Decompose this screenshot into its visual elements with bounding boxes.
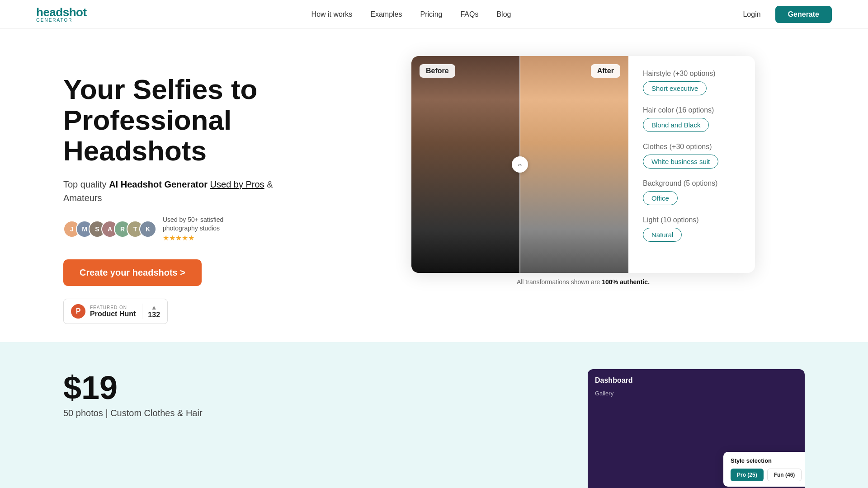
- hair-color-chip[interactable]: Blond and Black: [643, 118, 709, 132]
- hero-left: Your Selfies to Professional Headshots T…: [63, 56, 298, 324]
- options-panel: Hairstyle (+30 options) Short executive …: [628, 56, 755, 273]
- avatar: K: [139, 221, 156, 238]
- logo-sub: GENERATOR: [36, 18, 87, 23]
- style-buttons: Pro (25) Fun (46): [731, 469, 805, 481]
- nav-links: How it works Examples Pricing FAQs Blog: [311, 10, 511, 19]
- handle-arrows-icon: ‹›: [518, 161, 522, 168]
- nav-right: Login Generate: [736, 6, 832, 23]
- light-option: Light (10 options) Natural: [643, 216, 741, 242]
- generate-button[interactable]: Generate: [775, 6, 832, 23]
- product-hunt-info: FEATURED ON Product Hunt: [90, 305, 136, 318]
- hairstyle-label: Hairstyle (+30 options): [643, 70, 741, 78]
- navigation: headshot GENERATOR How it works Examples…: [0, 0, 868, 29]
- fun-style-button[interactable]: Fun (46): [767, 469, 802, 481]
- hair-color-option: Hair color (16 options) Blond and Black: [643, 106, 741, 132]
- style-selection-card: Style selection Pro (25) Fun (46): [723, 452, 805, 487]
- used-by-pros-link[interactable]: Used by Pros: [210, 179, 264, 189]
- before-face: [411, 56, 520, 273]
- logo-text: headshot: [36, 6, 87, 18]
- price-value: $19: [63, 369, 244, 406]
- comparison-image-wrap: Before After ‹›: [411, 56, 628, 273]
- light-label: Light (10 options): [643, 216, 741, 224]
- clothes-label: Clothes (+30 options): [643, 143, 741, 151]
- comparison-card: Before After ‹› Hairstyle (+30 options) …: [411, 56, 755, 273]
- upvote-arrow-icon: ▲: [151, 304, 157, 311]
- price-description: 50 photos | Custom Clothes & Hair: [63, 408, 244, 418]
- social-proof-text: Used by 50+ satisfied photography studio…: [163, 216, 223, 244]
- logo[interactable]: headshot GENERATOR: [36, 6, 87, 23]
- nav-link-examples[interactable]: Examples: [370, 10, 402, 19]
- nav-link-how-it-works[interactable]: How it works: [311, 10, 353, 19]
- clothes-chip[interactable]: White business suit: [643, 155, 718, 169]
- background-chip[interactable]: Office: [643, 191, 678, 205]
- nav-link-faqs[interactable]: FAQs: [460, 10, 478, 19]
- light-chip[interactable]: Natural: [643, 228, 682, 242]
- bottom-section: $19 50 photos | Custom Clothes & Hair Da…: [0, 342, 868, 488]
- hero-title: Your Selfies to Professional Headshots: [63, 74, 298, 167]
- pricing-left: $19 50 photos | Custom Clothes & Hair: [63, 369, 244, 418]
- nav-link-pricing[interactable]: Pricing: [420, 10, 443, 19]
- hero-section: Your Selfies to Professional Headshots T…: [0, 29, 868, 342]
- style-selection-title: Style selection: [731, 457, 805, 464]
- comparison-caption: All transformations shown are 100% authe…: [517, 278, 650, 286]
- hero-subtitle: Top quality AI Headshot Generator Used b…: [63, 178, 298, 205]
- divider-handle[interactable]: ‹›: [512, 156, 528, 173]
- after-face: [520, 56, 628, 273]
- star-rating: ★★★★★: [163, 233, 223, 243]
- dashboard-title: Dashboard: [595, 376, 797, 385]
- comparison-image: Before After ‹›: [411, 56, 628, 273]
- nav-link-blog[interactable]: Blog: [496, 10, 511, 19]
- clothes-option: Clothes (+30 options) White business sui…: [643, 143, 741, 169]
- hairstyle-chip[interactable]: Short executive: [643, 81, 707, 95]
- after-label: After: [591, 64, 620, 78]
- pro-style-button[interactable]: Pro (25): [731, 469, 764, 481]
- hairstyle-option: Hairstyle (+30 options) Short executive: [643, 70, 741, 95]
- background-option: Background (5 options) Office: [643, 179, 741, 205]
- background-label: Background (5 options): [643, 179, 741, 188]
- ph-upvote[interactable]: ▲ 132: [142, 304, 160, 319]
- product-hunt-badge[interactable]: P FEATURED ON Product Hunt ▲ 132: [63, 299, 168, 324]
- hair-color-label: Hair color (16 options): [643, 106, 741, 114]
- dashboard-gallery: Gallery: [595, 390, 797, 397]
- login-button[interactable]: Login: [736, 7, 768, 22]
- ph-upvote-count: 132: [148, 311, 160, 319]
- product-hunt-icon: P: [71, 304, 85, 319]
- before-label: Before: [420, 64, 455, 78]
- create-headshots-button[interactable]: Create your headshots >: [63, 259, 202, 286]
- dashboard-card: Dashboard Gallery Style selection Pro (2…: [588, 369, 805, 488]
- ph-name: Product Hunt: [90, 310, 136, 318]
- dashboard-preview: Dashboard Gallery Style selection Pro (2…: [244, 369, 805, 488]
- avatar-group: J M S A R T K: [63, 221, 156, 238]
- ph-featured-label: FEATURED ON: [90, 305, 136, 310]
- social-proof: J M S A R T K Used by 50+ satisfied phot…: [63, 216, 298, 244]
- hero-right: Before After ‹› Hairstyle (+30 options) …: [335, 56, 832, 286]
